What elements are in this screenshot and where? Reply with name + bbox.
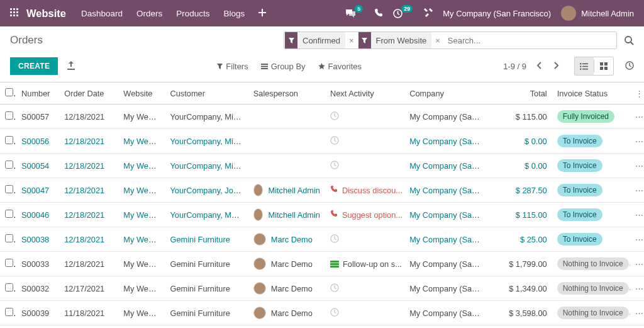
company-switch[interactable]: My Company (San Francisco) <box>443 9 551 18</box>
activity-cell[interactable] <box>330 283 399 294</box>
table-row[interactable]: S0004712/18/2021My Websi...YourCompany, … <box>0 178 644 203</box>
search-icon[interactable] <box>625 36 634 45</box>
brand[interactable]: Website <box>26 8 66 20</box>
page-next-icon[interactable] <box>552 59 562 74</box>
row-checkbox[interactable] <box>5 234 13 242</box>
remove-chip-icon[interactable]: × <box>345 36 358 45</box>
row-options-icon[interactable]: ⋯ <box>635 284 644 293</box>
row-checkbox[interactable] <box>5 259 13 267</box>
groupby-button[interactable]: Group By <box>261 62 306 71</box>
salesperson-name[interactable]: Marc Demo <box>271 235 313 244</box>
user-menu[interactable]: Mitchell Admin <box>561 6 634 21</box>
list-view-icon[interactable] <box>575 57 594 75</box>
col-activity[interactable]: Next Activity <box>325 82 404 105</box>
row-options-icon[interactable]: ⋯ <box>635 137 644 146</box>
order-number[interactable]: S00057 <box>21 112 49 122</box>
company-cell[interactable]: My Company (San ... <box>409 259 485 269</box>
customer-cell[interactable]: Gemini Furniture <box>170 308 230 318</box>
kanban-view-icon[interactable] <box>594 57 613 75</box>
col-options[interactable]: ⋮ <box>630 82 644 105</box>
remove-chip-icon[interactable]: × <box>431 36 444 45</box>
activity-cell[interactable] <box>330 136 399 147</box>
activity-cell[interactable] <box>330 234 399 245</box>
col-date[interactable]: Order Date <box>59 82 118 105</box>
activity-cell[interactable] <box>330 161 399 171</box>
customer-cell[interactable]: YourCompany, Mitc... <box>170 137 246 146</box>
table-row[interactable]: S0005612/18/2021My Websi...YourCompany, … <box>0 129 644 154</box>
activity-cell[interactable] <box>330 111 399 122</box>
customer-cell[interactable]: YourCompany, Mar... <box>170 210 245 220</box>
table-row[interactable]: S0003312/18/2021My Websi...Gemini Furnit… <box>0 252 644 276</box>
col-total[interactable]: Total <box>486 82 552 105</box>
order-number[interactable]: S00056 <box>21 137 49 146</box>
activity-icon[interactable]: 29 <box>393 9 414 18</box>
customer-cell[interactable]: Gemini Furniture <box>170 284 230 293</box>
row-options-icon[interactable]: ⋯ <box>635 235 644 244</box>
favorites-button[interactable]: Favorites <box>318 62 362 71</box>
order-number[interactable]: S00032 <box>21 284 49 293</box>
row-checkbox[interactable] <box>5 185 13 193</box>
col-customer[interactable]: Customer <box>165 82 248 105</box>
order-number[interactable]: S00039 <box>21 308 49 318</box>
website-cell[interactable]: My Websi... <box>123 259 165 269</box>
website-cell[interactable]: My Websi... <box>123 284 165 293</box>
customer-cell[interactable]: YourCompany, Mitc... <box>170 161 246 171</box>
salesperson-name[interactable]: Marc Demo <box>271 308 313 318</box>
order-number[interactable]: S00054 <box>21 161 49 171</box>
table-row[interactable]: S0003812/18/2021My Websi...Gemini Furnit… <box>0 227 644 252</box>
new-content-icon[interactable] <box>258 9 266 18</box>
company-cell[interactable]: My Company (San ... <box>409 161 485 171</box>
row-checkbox[interactable] <box>5 283 13 291</box>
row-checkbox[interactable] <box>5 308 13 316</box>
activity-cell[interactable]: Discuss discou... <box>330 185 399 195</box>
website-cell[interactable]: My Websi... <box>123 235 165 244</box>
row-options-icon[interactable]: ⋯ <box>635 186 644 195</box>
messages-icon[interactable]: 5 <box>345 9 364 18</box>
salesperson-name[interactable]: Mitchell Admin <box>268 210 320 220</box>
phone-icon[interactable] <box>374 8 383 19</box>
tools-icon[interactable] <box>424 8 433 19</box>
row-options-icon[interactable]: ⋯ <box>635 259 644 269</box>
order-number[interactable]: S00033 <box>21 259 49 269</box>
activity-view-icon[interactable] <box>625 61 634 72</box>
company-cell[interactable]: My Company (San ... <box>409 235 485 244</box>
website-cell[interactable]: My Websi... <box>123 112 165 122</box>
salesperson-name[interactable]: Marc Demo <box>271 284 313 293</box>
search-bar[interactable]: Confirmed × From Website × <box>284 31 617 49</box>
row-options-icon[interactable]: ⋯ <box>635 161 644 171</box>
company-cell[interactable]: My Company (San ... <box>409 308 485 318</box>
page-prev-icon[interactable] <box>534 59 544 74</box>
col-status[interactable]: Invoice Status <box>552 82 630 105</box>
nav-products[interactable]: Products <box>176 9 209 18</box>
company-cell[interactable]: My Company (San ... <box>409 112 485 122</box>
website-cell[interactable]: My Websi... <box>123 186 165 195</box>
row-checkbox[interactable] <box>5 136 13 144</box>
salesperson-name[interactable]: Mitchell Admin <box>268 186 320 195</box>
customer-cell[interactable]: YourCompany, Joel ... <box>170 186 248 195</box>
row-checkbox[interactable] <box>5 111 13 120</box>
customer-cell[interactable]: YourCompany, Mitc... <box>170 112 246 122</box>
company-cell[interactable]: My Company (San ... <box>409 137 485 146</box>
company-cell[interactable]: My Company (San ... <box>409 284 485 293</box>
apps-icon[interactable] <box>10 8 19 19</box>
activity-cell[interactable] <box>330 308 399 319</box>
order-number[interactable]: S00038 <box>21 235 49 244</box>
col-number[interactable]: Number <box>16 82 59 105</box>
order-number[interactable]: S00047 <box>21 186 49 195</box>
filters-button[interactable]: Filters <box>217 62 248 71</box>
customer-cell[interactable]: Gemini Furniture <box>170 259 230 269</box>
create-button[interactable]: CREATE <box>10 57 58 75</box>
row-options-icon[interactable]: ⋯ <box>635 308 644 318</box>
table-row[interactable]: S0003911/18/2021My Websi...Gemini Furnit… <box>0 301 644 325</box>
col-website[interactable]: Website <box>118 82 165 105</box>
table-row[interactable]: S0003212/17/2021My Websi...Gemini Furnit… <box>0 276 644 301</box>
row-options-icon[interactable]: ⋯ <box>635 112 644 122</box>
website-cell[interactable]: My Websi... <box>123 161 165 171</box>
pager[interactable]: 1-9 / 9 <box>503 62 526 71</box>
activity-cell[interactable]: Suggest option... <box>330 210 399 220</box>
nav-orders[interactable]: Orders <box>136 9 162 18</box>
website-cell[interactable]: My Websi... <box>123 308 165 318</box>
salesperson-name[interactable]: Marc Demo <box>271 259 313 269</box>
select-all-checkbox[interactable] <box>5 88 13 96</box>
company-cell[interactable]: My Company (San ... <box>409 186 485 195</box>
